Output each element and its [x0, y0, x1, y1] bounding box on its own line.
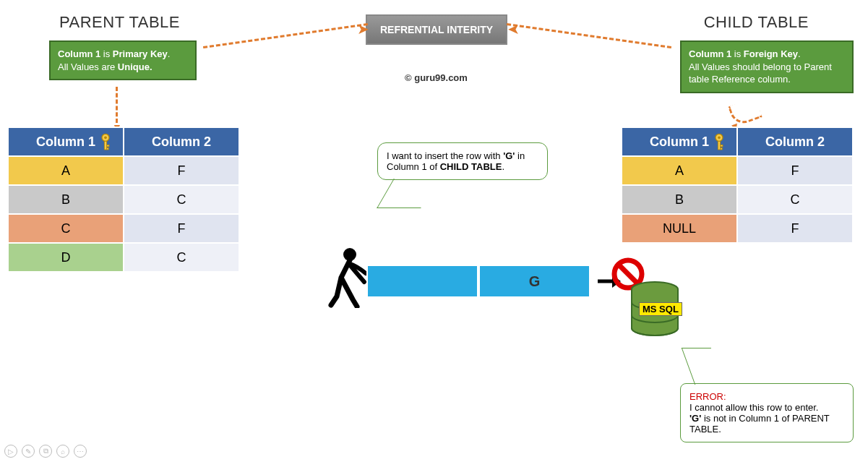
child-table-title: CHILD TABLE	[704, 13, 809, 32]
error-label: ERROR:	[689, 391, 726, 402]
cell: D	[8, 243, 124, 272]
svg-point-1	[104, 137, 107, 140]
parent-table-title: PARENT TABLE	[59, 13, 180, 32]
arrow-head-icon: ➤	[507, 20, 520, 38]
cell: F	[737, 214, 853, 243]
cell: C	[737, 185, 853, 214]
parent-col1-header: Column 1	[8, 127, 124, 156]
cell: B	[622, 185, 737, 214]
arrow-head-icon: ➤	[357, 20, 369, 38]
cell: A	[8, 156, 124, 185]
dashed-arrow-left	[203, 23, 368, 48]
parent-col2-header: Column 2	[124, 127, 239, 156]
key-icon	[98, 132, 113, 153]
svg-point-6	[718, 137, 721, 140]
svg-rect-7	[718, 141, 720, 150]
key-icon	[712, 132, 726, 153]
table-row: CF	[8, 214, 239, 243]
parent-table: Column 1 Column 2 AFBCCFDC	[7, 127, 240, 273]
cell: B	[8, 185, 124, 214]
database-label: MS SQL	[639, 302, 682, 316]
referential-integrity-box: REFRENTIAL INTERITY	[366, 14, 507, 45]
child-table: Column 1 Column 2 AFBCNULLF	[621, 127, 854, 244]
table-row: NULLF	[622, 214, 853, 243]
cell: C	[8, 214, 124, 243]
copy-icon[interactable]: ⧉	[39, 445, 52, 458]
insert-cell-2: G	[478, 265, 590, 298]
svg-rect-8	[721, 145, 723, 147]
cell: NULL	[622, 214, 737, 243]
insert-cell-1	[366, 265, 478, 298]
pen-icon[interactable]: ✎	[22, 445, 35, 458]
dashed-arrow-down-left	[116, 87, 118, 123]
cell: F	[124, 214, 239, 243]
child-key-note: Column 1 is Foreign Key.All Values shoul…	[680, 40, 854, 93]
zoom-icon[interactable]: ⌕	[56, 445, 69, 458]
svg-rect-4	[107, 148, 109, 150]
cell: A	[622, 156, 737, 185]
copyright-text: © guru99.com	[405, 72, 468, 83]
footer-toolbar: ▷ ✎ ⧉ ⌕ ⋯	[4, 445, 87, 458]
header-label: Column 1	[36, 134, 95, 149]
cell: F	[124, 156, 239, 185]
cell: C	[124, 243, 239, 272]
child-table-body: AFBCNULLF	[622, 156, 853, 243]
error-text: I cannot allow this row to enter.'G' is …	[689, 402, 830, 435]
table-row: AF	[622, 156, 853, 185]
parent-table-body: AFBCCFDC	[8, 156, 239, 272]
error-speech-bubble: ERROR: I cannot allow this row to enter.…	[680, 383, 854, 442]
table-row: BC	[622, 185, 853, 214]
svg-rect-3	[107, 145, 109, 147]
more-icon[interactable]: ⋯	[74, 445, 87, 458]
insert-row: G	[366, 265, 622, 298]
table-row: BC	[8, 185, 239, 214]
dashed-arrow-down-right	[728, 97, 762, 127]
svg-rect-9	[721, 148, 723, 150]
table-row: AF	[8, 156, 239, 185]
play-icon[interactable]: ▷	[4, 445, 17, 458]
table-row: DC	[8, 243, 239, 272]
dashed-arrow-right	[507, 23, 671, 48]
child-col1-header: Column 1	[622, 127, 737, 156]
svg-rect-2	[104, 141, 106, 150]
header-label: Column 1	[650, 134, 709, 149]
parent-key-note: Column 1 is Primary Key.All Values are U…	[49, 40, 197, 80]
cell: C	[124, 185, 239, 214]
insert-speech-bubble: I want to insert the row with 'G' in Col…	[377, 142, 548, 180]
cell: F	[737, 156, 853, 185]
child-col2-header: Column 2	[737, 127, 853, 156]
